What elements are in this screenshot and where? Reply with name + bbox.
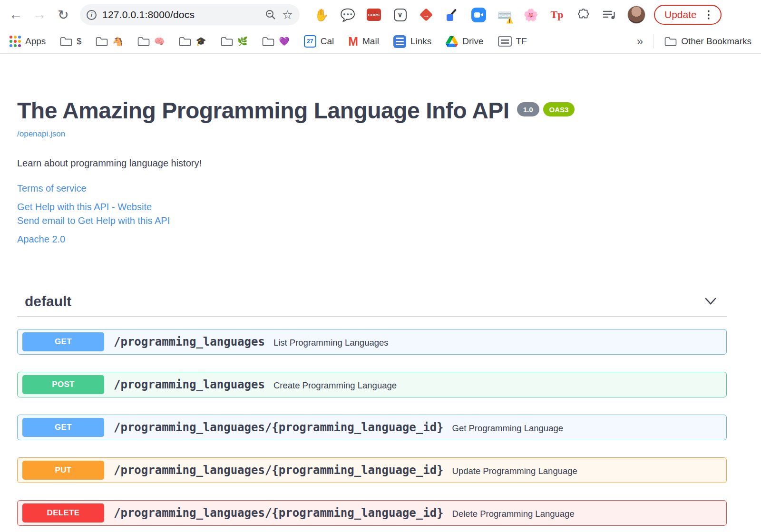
bookmark-links[interactable]: Links [393, 35, 431, 48]
cors-extension-icon[interactable]: CORS [364, 5, 383, 24]
bookmarks-bar: Apps $ 🐴 🧠 🎓 🌿 💜 27 Cal M Mail Links [0, 29, 761, 54]
address-bar[interactable]: i 127.0.0.1:8000/docs ☆ [80, 4, 300, 25]
endpoint-path: /programming_languages [114, 335, 265, 348]
endpoint-path: /programming_languages/{programming_lang… [114, 421, 444, 434]
endpoint-summary: Update Programming Language [452, 464, 577, 476]
method-badge: PUT [22, 461, 104, 480]
calendar-icon: 27 [304, 35, 316, 48]
version-badge: 1.0 [517, 102, 539, 116]
puzzle-extensions-icon[interactable] [574, 5, 593, 24]
section-header-default[interactable]: default [17, 288, 727, 317]
bookmark-folder-horse[interactable]: 🐴 [96, 37, 123, 47]
endpoint-row-get-list[interactable]: GET /programming_languages List Programm… [17, 329, 727, 355]
browser-menu-icon[interactable]: ⋮ [703, 10, 714, 20]
bookmarks-separator [654, 34, 654, 48]
method-badge: GET [22, 332, 104, 351]
chevron-down-icon[interactable] [705, 298, 716, 305]
endpoint-path: /programming_languages [114, 378, 265, 391]
endpoint-summary: List Programming Languages [273, 336, 389, 348]
bookmark-drive[interactable]: Drive [446, 36, 483, 47]
endpoint-summary: Get Programming Language [452, 422, 563, 434]
warning-icon: ⚠️ [506, 18, 513, 23]
zoom-video-extension-icon[interactable] [469, 5, 488, 24]
method-badge: GET [22, 418, 104, 437]
other-bookmarks[interactable]: Other Bookmarks [664, 36, 751, 47]
website-help-link[interactable]: Get Help with this API - Website [17, 202, 152, 212]
zoom-magnifier-icon[interactable] [265, 9, 276, 20]
update-button[interactable]: Update ⋮ [654, 5, 722, 25]
browser-toolbar: ← → ↻ i 127.0.0.1:8000/docs ☆ ✋ 💬 CORS ∨… [0, 0, 761, 29]
bookmark-mail[interactable]: M Mail [348, 36, 379, 48]
tf-icon [498, 36, 512, 47]
method-badge: DELETE [22, 503, 104, 522]
endpoint-path: /programming_languages/{programming_lang… [114, 506, 444, 520]
bookmark-star-icon[interactable]: ☆ [282, 8, 293, 22]
swagger-docs-page: The Amazing Programming Language Info AP… [0, 97, 761, 526]
tp-extension-icon[interactable]: Tp [547, 5, 566, 24]
openapi-json-link[interactable]: /openapi.json [17, 129, 65, 139]
bookmark-folder-brain[interactable]: 🧠 [137, 37, 165, 47]
back-icon[interactable]: ← [5, 4, 27, 26]
color-picker-extension-icon[interactable] [443, 5, 462, 24]
chat-bubble-extension-icon[interactable]: 💬 [338, 5, 357, 24]
email-help-link[interactable]: Send email to Get Help with this API [17, 215, 170, 226]
gmail-icon: M [348, 36, 358, 48]
page-title: The Amazing Programming Language Info AP… [17, 97, 509, 124]
endpoint-row-put-update[interactable]: PUT /programming_languages/{programming_… [17, 457, 727, 483]
apps-grid-icon [10, 36, 21, 47]
diamond-arrow-extension-icon[interactable]: → [417, 5, 436, 24]
endpoint-list: GET /programming_languages List Programm… [17, 329, 727, 526]
keyboard-extension-icon[interactable]: ⌨️ ⚠️ [495, 5, 514, 24]
license-link[interactable]: Apache 2.0 [17, 234, 65, 244]
section-title: default [25, 293, 71, 310]
stop-hand-extension-icon[interactable]: ✋ [312, 5, 331, 24]
bookmark-tf[interactable]: TF [498, 36, 527, 47]
shield-extension-icon[interactable]: ∨ [390, 5, 410, 24]
bookmark-calendar[interactable]: 27 Cal [304, 35, 334, 48]
extensions-row: ✋ 💬 CORS ∨ → ⌨️ ⚠️ 🌸 Tp [312, 5, 619, 24]
drive-icon [446, 36, 458, 47]
flower-extension-icon[interactable]: 🌸 [521, 5, 540, 24]
api-title-row: The Amazing Programming Language Info AP… [17, 97, 727, 124]
bookmark-folder-herb[interactable]: 🌿 [221, 37, 248, 47]
bookmarks-overflow-icon[interactable]: » [637, 35, 643, 48]
endpoint-summary: Create Programming Language [273, 379, 397, 391]
endpoint-row-get-one[interactable]: GET /programming_languages/{programming_… [17, 415, 727, 440]
oas3-badge: OAS3 [543, 102, 575, 116]
endpoint-summary: Delete Programming Language [452, 507, 575, 519]
links-list-icon [393, 35, 406, 48]
profile-avatar[interactable] [627, 6, 645, 24]
terms-of-service-link[interactable]: Terms of service [17, 183, 87, 193]
site-info-icon[interactable]: i [87, 10, 97, 20]
media-queue-extension-icon[interactable] [600, 5, 619, 24]
apps-shortcut[interactable]: Apps [10, 36, 46, 47]
bookmarks-right-group: » Other Bookmarks [637, 34, 751, 48]
endpoint-row-delete[interactable]: DELETE /programming_languages/{programmi… [17, 500, 727, 526]
bookmark-folder-dollar[interactable]: $ [60, 37, 81, 47]
endpoint-row-post-create[interactable]: POST /programming_languages Create Progr… [17, 372, 727, 397]
endpoint-path: /programming_languages/{programming_lang… [114, 464, 444, 477]
api-description: Learn about programming language history… [17, 158, 727, 169]
forward-icon[interactable]: → [29, 4, 50, 26]
bookmark-folder-heart[interactable]: 💜 [262, 37, 289, 47]
url-text[interactable]: 127.0.0.1:8000/docs [102, 9, 259, 20]
bookmark-folder-grad[interactable]: 🎓 [179, 37, 206, 47]
reload-icon[interactable]: ↻ [52, 4, 74, 26]
method-badge: POST [22, 375, 104, 394]
